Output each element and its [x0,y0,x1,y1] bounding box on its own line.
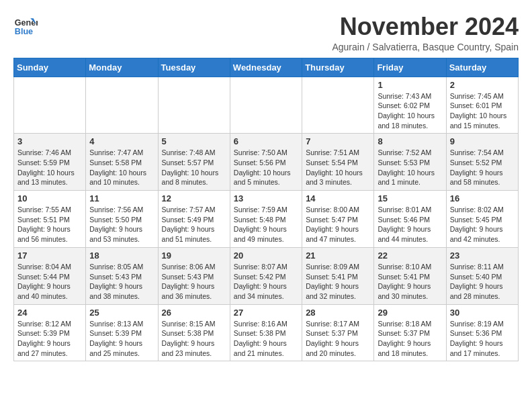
day-info: Sunrise: 8:06 AM Sunset: 5:43 PM Dayligh… [162,262,226,302]
weekday-header-sunday: Sunday [14,58,86,77]
day-info: Sunrise: 7:48 AM Sunset: 5:57 PM Dayligh… [162,148,226,187]
calendar-cell: 7Sunrise: 7:51 AM Sunset: 5:54 PM Daylig… [302,134,374,191]
calendar-cell: 21Sunrise: 8:09 AM Sunset: 5:41 PM Dayli… [302,247,374,304]
day-info: Sunrise: 7:59 AM Sunset: 5:48 PM Dayligh… [234,205,298,244]
day-info: Sunrise: 7:50 AM Sunset: 5:56 PM Dayligh… [234,148,298,187]
page-header: General Blue November 2024 Agurain / Sal… [13,13,519,52]
day-info: Sunrise: 7:45 AM Sunset: 6:01 PM Dayligh… [450,91,515,131]
calendar-cell: 28Sunrise: 8:17 AM Sunset: 5:37 PM Dayli… [302,304,374,361]
calendar-cell: 5Sunrise: 7:48 AM Sunset: 5:57 PM Daylig… [158,134,230,191]
calendar-cell: 1Sunrise: 7:43 AM Sunset: 6:02 PM Daylig… [374,77,446,134]
day-info: Sunrise: 8:17 AM Sunset: 5:37 PM Dayligh… [306,319,370,359]
day-number: 1 [378,80,442,90]
calendar-cell: 29Sunrise: 8:18 AM Sunset: 5:37 PM Dayli… [374,304,446,361]
calendar-cell [230,77,302,134]
calendar-cell: 26Sunrise: 8:15 AM Sunset: 5:38 PM Dayli… [158,304,230,361]
title-block: November 2024 Agurain / Salvatierra, Bas… [332,13,519,52]
calendar-cell: 20Sunrise: 8:07 AM Sunset: 5:42 PM Dayli… [230,247,302,304]
calendar-week-1: 1Sunrise: 7:43 AM Sunset: 6:02 PM Daylig… [14,77,519,134]
day-info: Sunrise: 8:00 AM Sunset: 5:47 PM Dayligh… [306,205,370,244]
day-info: Sunrise: 8:04 AM Sunset: 5:44 PM Dayligh… [17,262,82,302]
day-number: 27 [234,308,298,318]
calendar-cell: 19Sunrise: 8:06 AM Sunset: 5:43 PM Dayli… [158,247,230,304]
calendar-cell: 6Sunrise: 7:50 AM Sunset: 5:56 PM Daylig… [230,134,302,191]
day-number: 26 [162,308,226,318]
day-info: Sunrise: 8:05 AM Sunset: 5:43 PM Dayligh… [89,262,154,302]
calendar-cell: 9Sunrise: 7:54 AM Sunset: 5:52 PM Daylig… [446,134,518,191]
day-number: 20 [234,250,298,261]
day-number: 12 [162,193,226,203]
calendar-cell [86,77,158,134]
weekday-header-thursday: Thursday [302,58,374,77]
day-info: Sunrise: 7:57 AM Sunset: 5:49 PM Dayligh… [162,205,226,244]
calendar-cell: 18Sunrise: 8:05 AM Sunset: 5:43 PM Dayli… [86,247,158,304]
svg-text:Blue: Blue [15,27,33,36]
day-number: 29 [378,308,442,318]
day-number: 5 [162,136,226,146]
day-number: 7 [306,136,370,146]
calendar-cell: 30Sunrise: 8:19 AM Sunset: 5:36 PM Dayli… [446,304,518,361]
calendar-cell [158,77,230,134]
day-info: Sunrise: 8:10 AM Sunset: 5:41 PM Dayligh… [378,262,442,302]
logo: General Blue [13,13,38,38]
day-info: Sunrise: 7:55 AM Sunset: 5:51 PM Dayligh… [17,205,82,244]
day-number: 8 [378,136,442,146]
calendar-week-3: 10Sunrise: 7:55 AM Sunset: 5:51 PM Dayli… [14,191,519,248]
day-info: Sunrise: 8:02 AM Sunset: 5:45 PM Dayligh… [450,205,515,244]
day-number: 4 [89,136,154,146]
day-info: Sunrise: 8:18 AM Sunset: 5:37 PM Dayligh… [378,319,442,359]
calendar-cell: 15Sunrise: 8:01 AM Sunset: 5:46 PM Dayli… [374,191,446,248]
weekday-header-saturday: Saturday [446,58,518,77]
day-info: Sunrise: 7:43 AM Sunset: 6:02 PM Dayligh… [378,91,442,131]
day-info: Sunrise: 7:52 AM Sunset: 5:53 PM Dayligh… [378,148,442,187]
calendar-table: SundayMondayTuesdayWednesdayThursdayFrid… [13,58,519,362]
calendar-cell: 10Sunrise: 7:55 AM Sunset: 5:51 PM Dayli… [14,191,86,248]
day-number: 3 [17,136,82,146]
day-info: Sunrise: 7:56 AM Sunset: 5:50 PM Dayligh… [89,205,154,244]
calendar-cell: 2Sunrise: 7:45 AM Sunset: 6:01 PM Daylig… [446,77,518,134]
calendar-cell: 4Sunrise: 7:47 AM Sunset: 5:58 PM Daylig… [86,134,158,191]
day-number: 21 [306,250,370,261]
day-number: 18 [89,250,154,261]
day-info: Sunrise: 8:11 AM Sunset: 5:40 PM Dayligh… [450,262,515,302]
weekday-header-tuesday: Tuesday [158,58,230,77]
day-number: 23 [450,250,515,261]
day-info: Sunrise: 8:07 AM Sunset: 5:42 PM Dayligh… [234,262,298,302]
weekday-header-wednesday: Wednesday [230,58,302,77]
day-number: 14 [306,193,370,203]
day-number: 16 [450,193,515,203]
calendar-cell: 12Sunrise: 7:57 AM Sunset: 5:49 PM Dayli… [158,191,230,248]
weekday-header-monday: Monday [86,58,158,77]
calendar-cell: 25Sunrise: 8:13 AM Sunset: 5:39 PM Dayli… [86,304,158,361]
day-number: 25 [89,308,154,318]
day-number: 30 [450,308,515,318]
day-number: 22 [378,250,442,261]
subtitle: Agurain / Salvatierra, Basque Country, S… [332,42,519,52]
day-info: Sunrise: 7:51 AM Sunset: 5:54 PM Dayligh… [306,148,370,187]
day-number: 19 [162,250,226,261]
day-number: 15 [378,193,442,203]
day-info: Sunrise: 7:46 AM Sunset: 5:59 PM Dayligh… [17,148,82,187]
day-info: Sunrise: 8:13 AM Sunset: 5:39 PM Dayligh… [89,319,154,359]
calendar-cell: 8Sunrise: 7:52 AM Sunset: 5:53 PM Daylig… [374,134,446,191]
calendar-cell: 27Sunrise: 8:16 AM Sunset: 5:38 PM Dayli… [230,304,302,361]
weekday-header-friday: Friday [374,58,446,77]
day-number: 9 [450,136,515,146]
day-info: Sunrise: 7:47 AM Sunset: 5:58 PM Dayligh… [89,148,154,187]
calendar-cell: 17Sunrise: 8:04 AM Sunset: 5:44 PM Dayli… [14,247,86,304]
calendar-cell: 23Sunrise: 8:11 AM Sunset: 5:40 PM Dayli… [446,247,518,304]
day-number: 6 [234,136,298,146]
day-info: Sunrise: 8:19 AM Sunset: 5:36 PM Dayligh… [450,319,515,359]
day-info: Sunrise: 8:12 AM Sunset: 5:39 PM Dayligh… [17,319,82,359]
calendar-cell: 11Sunrise: 7:56 AM Sunset: 5:50 PM Dayli… [86,191,158,248]
calendar-cell: 16Sunrise: 8:02 AM Sunset: 5:45 PM Dayli… [446,191,518,248]
logo-icon: General Blue [13,13,38,38]
calendar-cell: 13Sunrise: 7:59 AM Sunset: 5:48 PM Dayli… [230,191,302,248]
day-number: 2 [450,80,515,90]
calendar-week-2: 3Sunrise: 7:46 AM Sunset: 5:59 PM Daylig… [14,134,519,191]
day-number: 17 [17,250,82,261]
day-info: Sunrise: 8:09 AM Sunset: 5:41 PM Dayligh… [306,262,370,302]
month-title: November 2024 [332,13,519,40]
calendar-cell [302,77,374,134]
calendar-week-5: 24Sunrise: 8:12 AM Sunset: 5:39 PM Dayli… [14,304,519,361]
